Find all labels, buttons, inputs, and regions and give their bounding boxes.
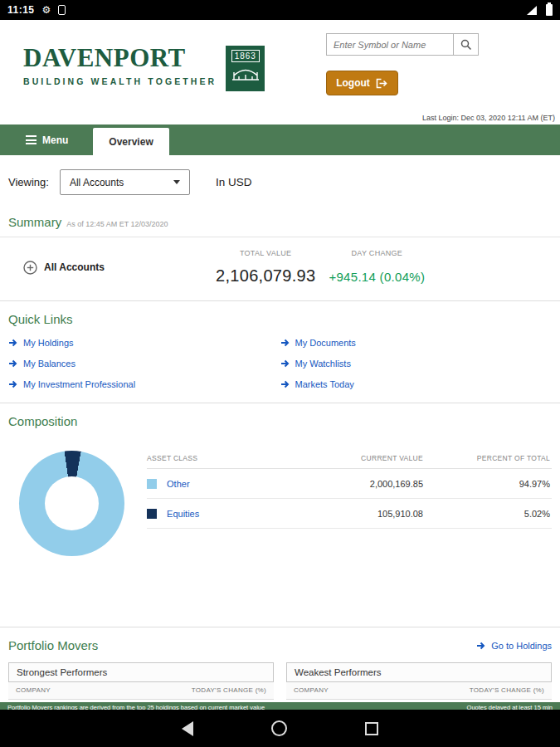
link-my-documents[interactable]: My Documents	[280, 338, 553, 348]
composition-section: Composition ASSET CLASS CURRENT VALUE PE…	[0, 403, 560, 556]
equities-current-value: 105,910.08	[271, 509, 423, 519]
search-input[interactable]	[327, 34, 453, 55]
tab-overview[interactable]: Overview	[93, 128, 168, 155]
android-nav-bar	[0, 710, 560, 747]
signal-icon	[527, 6, 537, 15]
weakest-performers-panel: Weakest Performers COMPANY TODAY'S CHANG…	[286, 662, 552, 700]
quick-links-grid: My Holdings My Documents My Balances My …	[8, 338, 552, 389]
composition-donut	[19, 451, 124, 556]
accounts-dropdown[interactable]: All Accounts	[60, 169, 190, 195]
logout-label: Logout	[336, 77, 370, 89]
summary-header: Summary As of 12:45 AM ET 12/03/2020	[0, 195, 560, 237]
link-my-balances[interactable]: My Balances	[8, 359, 280, 369]
table-row-other: Other 2,000,169.85 94.97%	[147, 469, 552, 499]
summary-title: Summary	[8, 215, 61, 229]
total-value-block: TOTAL VALUE 2,106,079.93	[216, 249, 315, 286]
logo-badge-year: 1863	[231, 50, 260, 62]
main-nav-bar: Menu Overview	[0, 124, 560, 155]
link-my-investment-professional[interactable]: My Investment Professional	[8, 379, 280, 389]
recents-icon[interactable]	[365, 722, 378, 735]
col-current-value: CURRENT VALUE	[271, 454, 423, 462]
summary-row: All Accounts TOTAL VALUE 2,106,079.93 DA…	[0, 237, 560, 300]
table-row-equities: Equities 105,910.08 5.02%	[147, 499, 552, 529]
col-asset-class: ASSET CLASS	[147, 454, 271, 462]
currency-note: In USD	[216, 176, 252, 188]
movers-disclaimer: Portfolio Movers rankings are derived fr…	[0, 702, 560, 710]
portfolio-movers-title: Portfolio Movers	[8, 638, 98, 652]
viewing-label: Viewing:	[8, 176, 49, 188]
back-icon[interactable]	[182, 721, 193, 736]
link-my-holdings[interactable]: My Holdings	[8, 338, 280, 348]
total-value-label: TOTAL VALUE	[240, 249, 292, 257]
account-name: All Accounts	[44, 261, 105, 273]
account-expander[interactable]: All Accounts	[23, 261, 181, 275]
composition-title: Composition	[8, 414, 552, 428]
arrow-right-icon	[8, 339, 18, 347]
day-change-block: DAY CHANGE +945.14 (0.04%)	[329, 249, 425, 286]
col-company: COMPANY	[16, 686, 51, 694]
composition-table-header: ASSET CLASS CURRENT VALUE PERCENT OF TOT…	[147, 454, 552, 469]
plus-circle-icon	[23, 261, 37, 275]
asset-class-link-equities[interactable]: Equities	[167, 509, 199, 519]
app-content: DAVENPORT BUILDING WEALTH TOGETHER 1863 …	[0, 20, 560, 710]
composition-table: ASSET CLASS CURRENT VALUE PERCENT OF TOT…	[147, 454, 552, 529]
menu-label: Menu	[42, 134, 68, 146]
arrow-right-icon	[280, 359, 290, 368]
last-login-text: Last Login: Dec 03, 2020 12:11 AM (ET)	[422, 114, 555, 122]
accounts-dropdown-value: All Accounts	[70, 177, 124, 188]
symbol-search	[326, 33, 479, 56]
day-change-label: DAY CHANGE	[351, 249, 402, 257]
gear-icon: ⚙	[42, 5, 51, 15]
other-percent: 94.97%	[423, 479, 552, 489]
other-current-value: 2,000,169.85	[271, 479, 423, 489]
chevron-down-icon	[173, 180, 180, 184]
viewing-row: Viewing: All Accounts In USD	[8, 169, 552, 195]
search-icon	[460, 39, 472, 51]
go-to-holdings-link[interactable]: Go to Holdings	[476, 641, 552, 651]
arrow-right-icon	[280, 339, 290, 347]
equities-swatch	[147, 509, 157, 519]
screenshot-icon	[58, 5, 66, 15]
other-swatch	[147, 479, 157, 489]
day-change-value: +945.14 (0.04%)	[329, 270, 425, 286]
quick-links-section: Quick Links My Holdings My Documents My …	[0, 301, 560, 403]
link-markets-today[interactable]: Markets Today	[280, 379, 553, 389]
strongest-performers-panel: Strongest Performers COMPANY TODAY'S CHA…	[8, 662, 274, 700]
col-todays-change: TODAY'S CHANGE (%)	[192, 686, 266, 694]
col-percent-of-total: PERCENT OF TOTAL	[423, 454, 552, 462]
bridge-icon	[231, 65, 260, 81]
logo-tagline: BUILDING WEALTH TOGETHER	[23, 76, 217, 86]
arrow-right-icon	[280, 380, 290, 388]
portfolio-movers-section: Portfolio Movers Go to Holdings Stronges…	[0, 627, 560, 710]
arrow-right-icon	[8, 380, 18, 388]
total-value: 2,106,079.93	[216, 266, 315, 286]
weakest-performers-title: Weakest Performers	[286, 662, 552, 682]
link-my-watchlists[interactable]: My Watchlists	[280, 359, 553, 369]
arrow-right-icon	[476, 642, 486, 650]
arrow-right-icon	[8, 359, 18, 368]
header: DAVENPORT BUILDING WEALTH TOGETHER 1863 …	[0, 20, 560, 124]
android-status-bar: 11:15 ⚙	[0, 0, 560, 20]
col-company: COMPANY	[294, 686, 329, 694]
hamburger-icon	[26, 135, 37, 144]
asset-class-link-other[interactable]: Other	[167, 479, 190, 489]
equities-percent: 5.02%	[423, 509, 552, 519]
logout-icon	[376, 78, 388, 89]
logo-wordmark: DAVENPORT	[23, 45, 217, 71]
quick-links-title: Quick Links	[8, 312, 552, 326]
search-button[interactable]	[453, 34, 478, 55]
logout-button[interactable]: Logout	[326, 71, 398, 95]
col-todays-change: TODAY'S CHANGE (%)	[470, 686, 544, 694]
davenport-logo[interactable]: DAVENPORT BUILDING WEALTH TOGETHER 1863	[23, 45, 265, 91]
battery-icon	[546, 4, 553, 16]
menu-button[interactable]: Menu	[0, 124, 76, 155]
summary-as-of: As of 12:45 AM ET 12/03/2020	[66, 220, 168, 228]
strongest-performers-title: Strongest Performers	[8, 662, 274, 682]
clock: 11:15	[7, 4, 35, 16]
home-icon[interactable]	[271, 720, 287, 736]
logo-badge: 1863	[226, 46, 265, 91]
